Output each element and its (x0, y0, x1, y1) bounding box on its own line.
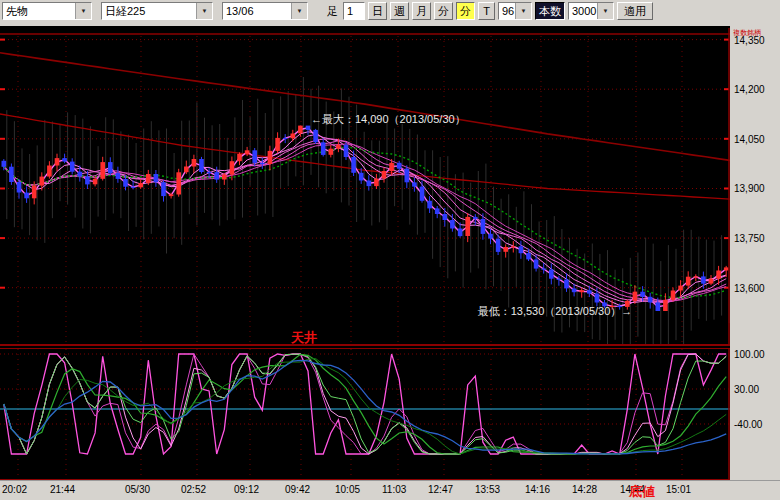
period-week-button[interactable]: 週 (390, 2, 409, 20)
chevron-down-icon[interactable]: ▼ (75, 3, 91, 19)
time-axis-label: 21:44 (50, 484, 75, 495)
time-axis: 20:0221:4405/3002:5209:1209:4210:0511:03… (0, 480, 780, 500)
history-count-spinner[interactable]: 3000 ▼ (568, 2, 614, 20)
multi-symbol-note: 複数銘柄 (733, 28, 761, 38)
period-minute-button[interactable]: 分 (434, 2, 453, 20)
price-axis-label: 13,750 (734, 233, 765, 244)
chevron-down-icon[interactable]: ▼ (515, 3, 531, 19)
instrument-type-value: 先物 (3, 4, 75, 19)
price-axis-label: 13,600 (734, 283, 765, 294)
oscillator-axis-label: 100.00 (734, 349, 765, 360)
time-axis-label: 11:03 (382, 484, 406, 495)
price-axis-label: 13,900 (734, 183, 765, 194)
oscillator-axis-label: -40.00 (734, 419, 762, 430)
ceiling-annotation: 天井 (291, 329, 317, 347)
chevron-down-icon[interactable]: ▼ (291, 3, 307, 19)
contract-month-value: 13/06 (223, 5, 291, 17)
time-axis-label: 09:12 (234, 484, 259, 495)
trading-chart-window: { "toolbar": { "instrument_type": "先物", … (0, 0, 780, 500)
period-month-button[interactable]: 月 (412, 2, 431, 20)
time-axis-label: 02:52 (181, 484, 206, 495)
tick-mode-button[interactable]: T (478, 2, 495, 20)
chevron-down-icon[interactable]: ▼ (196, 3, 212, 19)
time-axis-label: 14:16 (525, 484, 550, 495)
interval-value: 1 (344, 5, 364, 17)
price-axis-label: 14,050 (734, 134, 765, 145)
instrument-type-select[interactable]: 先物 ▼ (2, 2, 92, 20)
apply-button[interactable]: 適用 (617, 2, 653, 20)
time-axis-label: 15:01 (666, 484, 691, 495)
symbol-value: 日経225 (102, 4, 196, 19)
bar-count-value: 96 (499, 5, 515, 17)
oscillator-chart[interactable] (0, 349, 730, 479)
time-axis-label: 20:02 (2, 484, 27, 495)
toolbar: 先物 ▼ 日経225 ▼ 13/06 ▼ 足 1 日 週 月 分 分 T 96 … (0, 0, 780, 22)
period-day-button[interactable]: 日 (368, 2, 387, 20)
contract-month-select[interactable]: 13/06 ▼ (222, 2, 308, 20)
bar-type-label: 足 (325, 4, 340, 19)
price-axis: 14,35014,20014,05013,90013,75013,600100.… (730, 26, 780, 480)
main-price-chart[interactable] (0, 28, 730, 344)
price-axis-label: 14,200 (734, 84, 765, 95)
time-axis-label: 10:05 (335, 484, 360, 495)
history-count-value: 3000 (569, 5, 597, 17)
min-annotation: 最低：13,530（2013/05/30）→ (478, 304, 633, 319)
time-axis-label: 13:53 (475, 484, 500, 495)
bar-count-toggle[interactable]: 本数 (535, 2, 565, 20)
time-axis-label: 12:47 (428, 484, 453, 495)
selected-period-button[interactable]: 分 (456, 2, 475, 20)
bottom-annotation: 底値 (629, 483, 655, 500)
time-axis-label: 09:42 (285, 484, 310, 495)
bar-count-spinner[interactable]: 96 ▼ (498, 2, 532, 20)
interval-input[interactable]: 1 (343, 2, 365, 20)
time-axis-label: 14:28 (572, 484, 597, 495)
chevron-down-icon[interactable]: ▼ (597, 3, 613, 19)
oscillator-axis-label: 30.00 (734, 384, 759, 395)
max-annotation: ←最大：14,090（2013/05/30） (311, 112, 466, 127)
symbol-select[interactable]: 日経225 ▼ (101, 2, 213, 20)
time-axis-label: 05/30 (125, 484, 150, 495)
